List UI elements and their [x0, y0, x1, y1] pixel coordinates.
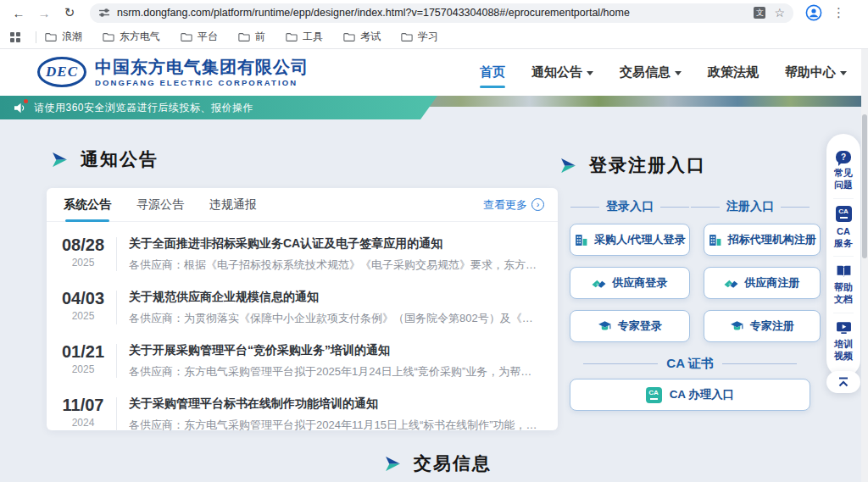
- bookmark-folder[interactable]: 平台: [181, 30, 218, 44]
- ca-icon-text: CA: [838, 208, 849, 215]
- profile-avatar[interactable]: [805, 4, 822, 21]
- folder-icon: [401, 32, 413, 42]
- question-glyph: ?: [841, 152, 846, 162]
- site-settings-icon[interactable]: [98, 7, 110, 19]
- forward-button[interactable]: →: [34, 3, 54, 23]
- back-to-top-button[interactable]: [826, 371, 860, 393]
- button-label: 专家注册: [750, 319, 794, 334]
- button-label: 采购人/代理人登录: [594, 232, 686, 247]
- view-more-link[interactable]: 查看更多 ›: [483, 197, 544, 213]
- scrollbar-thumb[interactable]: [862, 114, 867, 258]
- supplier-register-button[interactable]: 供应商注册: [704, 267, 821, 299]
- year-value: 2025: [58, 257, 108, 269]
- faq-shortcut[interactable]: ? 常见问题: [833, 144, 854, 198]
- list-item[interactable]: 08/28 2025 关于全面推进非招标采购业务CA认证及电子签章应用的通知 各…: [58, 227, 541, 280]
- browser-menu-icon[interactable]: ⋮: [832, 5, 845, 20]
- folder-icon: [181, 32, 192, 42]
- shortcut-label: 培训视频: [833, 338, 854, 363]
- book-icon: [836, 263, 852, 278]
- item-date: 08/28 2025: [58, 235, 108, 269]
- bookmark-folder[interactable]: 前: [238, 30, 265, 44]
- view-more-label: 查看更多: [483, 197, 527, 213]
- training-videos-shortcut[interactable]: 培训视频: [833, 313, 854, 369]
- shortcut-label: 帮助文档: [833, 281, 854, 306]
- chevron-down-icon: [587, 71, 593, 75]
- url-text[interactable]: nsrm.dongfang.com/platform/runtime/epp/d…: [117, 7, 747, 19]
- nav-home[interactable]: 首页: [480, 64, 505, 80]
- list-item[interactable]: 11/07 2024 关于采购管理平台标书在线制作功能培训的通知 各供应商：东方…: [58, 387, 541, 440]
- nav-trade-info[interactable]: 交易信息: [620, 64, 682, 80]
- tab-violation-reports[interactable]: 违规通报: [209, 188, 257, 222]
- help-docs-shortcut[interactable]: 帮助文档: [833, 256, 854, 313]
- bookmark-folder[interactable]: 工具: [286, 30, 323, 44]
- divider: [116, 397, 117, 431]
- login-register-heading: 登录注册入口: [559, 153, 706, 177]
- ca-label-text: CA 证书: [666, 356, 713, 372]
- ca-card-icon: CA: [836, 206, 852, 222]
- button-label: 供应商登录: [612, 275, 667, 291]
- list-item[interactable]: 01/21 2025 关于开展采购管理平台“竞价采购业务”培训的通知 各供应商：…: [58, 334, 541, 387]
- supplier-login-button[interactable]: 供应商登录: [570, 267, 690, 299]
- nav-label: 政策法规: [708, 64, 759, 80]
- bookmark-label: 东方电气: [120, 30, 160, 44]
- bookmark-label: 平台: [198, 30, 218, 44]
- button-label: CA 办理入口: [670, 387, 735, 402]
- bookmark-folder[interactable]: 学习: [401, 30, 438, 44]
- translate-icon[interactable]: 文: [754, 7, 765, 19]
- ca-card-icon: CA: [646, 387, 662, 403]
- expert-register-button[interactable]: 专家注册: [704, 310, 821, 342]
- apps-grid-icon[interactable]: [10, 32, 20, 42]
- handshake-icon: [724, 276, 738, 291]
- shortcut-label: 常见问题: [833, 167, 854, 191]
- nav-policies[interactable]: 政策法规: [708, 64, 759, 80]
- site-header: DEC 中国东方电气集团有限公司 DONGFANG ELECTRIC CORPO…: [0, 49, 868, 96]
- graduation-cap-icon: [730, 319, 744, 334]
- expert-login-button[interactable]: 专家登录: [570, 310, 690, 342]
- back-button[interactable]: ←: [8, 3, 29, 23]
- folder-icon: [103, 32, 114, 42]
- notice-text: 请使用360安全浏览器进行后续投标、报价操作: [34, 101, 253, 115]
- divider: [116, 291, 117, 324]
- announcement-list: 08/28 2025 关于全面推进非招标采购业务CA认证及电子签章应用的通知 各…: [47, 222, 558, 440]
- arrow-right-icon: ›: [531, 198, 544, 211]
- video-icon: [836, 320, 852, 335]
- chevron-up-icon: [837, 376, 850, 388]
- reload-button[interactable]: ↻: [59, 3, 80, 23]
- divider: [116, 344, 117, 378]
- tab-system-notices[interactable]: 系统公告: [64, 188, 111, 222]
- bookmark-folder[interactable]: 考试: [343, 30, 381, 44]
- button-label: 供应商注册: [744, 275, 799, 291]
- bidding-agency-register-button[interactable]: 招标代理机构注册: [704, 224, 821, 256]
- bookmark-folder[interactable]: 浪潮: [45, 30, 82, 44]
- side-toolbar: ? 常见问题 CA CA服务 帮助文档 培训视频: [826, 134, 860, 377]
- nav-help-center[interactable]: 帮助中心: [785, 64, 847, 80]
- question-bubble-icon: ?: [836, 151, 851, 163]
- nav-notices[interactable]: 通知公告: [531, 64, 593, 80]
- bookmark-folder[interactable]: 东方电气: [103, 30, 160, 44]
- item-body: 关于采购管理平台标书在线制作功能培训的通知 各供应商：东方电气采购管理平台拟于2…: [129, 396, 541, 433]
- main-nav: 首页 通知公告 交易信息 政策法规 帮助中心: [480, 49, 847, 96]
- ca-service-shortcut[interactable]: CA CA服务: [833, 198, 854, 257]
- bookmark-label: 工具: [303, 30, 323, 44]
- item-body: 关于开展采购管理平台“竞价采购业务”培训的通知 各供应商：东方电气采购管理平台拟…: [129, 342, 541, 380]
- address-bar[interactable]: nsrm.dongfang.com/platform/runtime/epp/d…: [90, 3, 793, 23]
- tab-sourcing-notices[interactable]: 寻源公告: [136, 188, 184, 222]
- register-section-label: 注册入口: [690, 199, 810, 214]
- buyer-agent-login-button[interactable]: 采购人/代理人登录: [570, 224, 690, 256]
- graduation-cap-icon: [598, 319, 612, 334]
- ca-apply-button[interactable]: CA CA 办理入口: [570, 379, 810, 411]
- bookmark-label: 浪潮: [62, 30, 82, 44]
- login-section-label: 登录入口: [570, 199, 690, 214]
- nav-label: 交易信息: [620, 64, 670, 80]
- handshake-icon: [592, 276, 606, 291]
- item-body: 关于全面推进非招标采购业务CA认证及电子签章应用的通知 各供应商：根据《电子招标…: [129, 235, 541, 273]
- section-title: 登录注册入口: [589, 153, 706, 177]
- list-item[interactable]: 04/03 2025 关于规范供应商企业规模信息的通知 各供应商：为贯彻落实《保…: [58, 280, 541, 334]
- notification-dot: [24, 99, 28, 103]
- company-logo[interactable]: DEC 中国东方电气集团有限公司 DONGFANG ELECTRIC CORPO…: [37, 57, 309, 87]
- speaker-icon: [14, 102, 27, 114]
- date-value: 04/03: [58, 289, 108, 308]
- chevron-down-icon: [675, 71, 682, 75]
- item-body: 关于规范供应商企业规模信息的通知 各供应商：为贯彻落实《保障中小企业款项支付条例…: [129, 289, 541, 326]
- bookmark-star-icon[interactable]: ☆: [774, 6, 785, 19]
